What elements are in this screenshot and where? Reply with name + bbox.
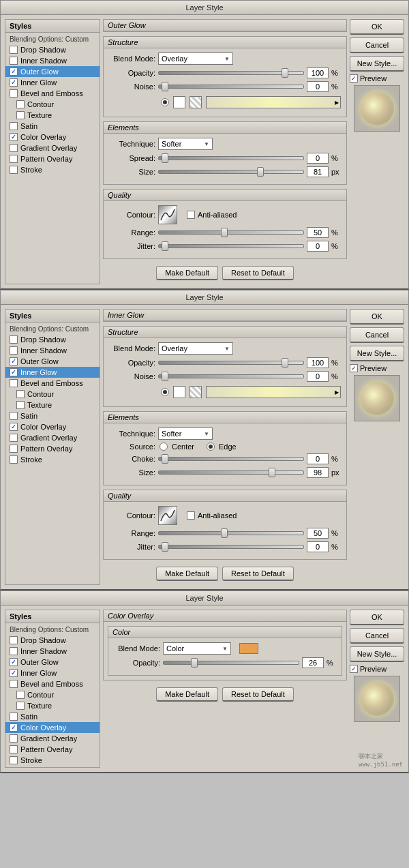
blending-options-2[interactable]: Blending Options: Custom xyxy=(5,324,100,334)
style-contour-3[interactable]: Contour xyxy=(5,689,100,700)
checkbox-gradient-overlay-3[interactable] xyxy=(10,734,18,743)
checkbox-satin-2[interactable] xyxy=(10,412,18,420)
color-opacity-thumb[interactable] xyxy=(191,658,198,668)
radio-solid-1[interactable] xyxy=(161,98,169,106)
style-pattern-overlay-2[interactable]: Pattern Overlay xyxy=(5,443,100,454)
checkbox-gradient-overlay-2[interactable] xyxy=(10,434,18,442)
cancel-btn-1[interactable]: Cancel xyxy=(350,38,404,53)
make-default-btn-1[interactable]: Make Default xyxy=(156,266,218,280)
checkbox-color-overlay-1[interactable] xyxy=(10,133,18,141)
choke-thumb-2[interactable] xyxy=(162,454,168,464)
style-stroke-3[interactable]: Stroke xyxy=(5,755,100,766)
style-inner-glow-2[interactable]: Inner Glow xyxy=(5,367,100,378)
make-default-btn-2[interactable]: Make Default xyxy=(156,567,218,581)
style-texture-1[interactable]: Texture xyxy=(5,110,100,121)
checkbox-color-overlay-3[interactable] xyxy=(10,723,18,732)
style-color-overlay-3[interactable]: Color Overlay xyxy=(5,722,100,733)
ok-btn-1[interactable]: OK xyxy=(350,19,404,35)
size-slider-1[interactable] xyxy=(158,170,304,174)
style-outer-glow-2[interactable]: Outer Glow xyxy=(5,356,100,367)
style-contour-1[interactable]: Contour xyxy=(5,99,100,110)
jitter-value-1[interactable]: 0 xyxy=(307,241,329,252)
checkbox-drop-shadow-3[interactable] xyxy=(10,636,18,644)
opacity-thumb-1[interactable] xyxy=(282,68,288,78)
checkbox-pattern-overlay-1[interactable] xyxy=(10,155,18,163)
style-inner-shadow-3[interactable]: Inner Shadow xyxy=(5,646,100,657)
checkbox-texture-2[interactable] xyxy=(16,401,25,409)
style-inner-glow-1[interactable]: Inner Glow xyxy=(5,77,100,88)
contour-thumb-2[interactable] xyxy=(158,506,177,525)
style-color-overlay-2[interactable]: Color Overlay xyxy=(5,421,100,432)
blend-mode-dropdown-2[interactable]: Overlay ▼ xyxy=(158,342,233,355)
style-satin-2[interactable]: Satin xyxy=(5,410,100,421)
style-drop-shadow-2[interactable]: Drop Shadow xyxy=(5,334,100,345)
cancel-btn-2[interactable]: Cancel xyxy=(350,327,404,343)
preview-check-3[interactable] xyxy=(350,665,358,673)
technique-dropdown-1[interactable]: Softer ▼ xyxy=(158,138,213,150)
blending-options-1[interactable]: Blending Options: Custom xyxy=(5,34,100,44)
size-thumb-2[interactable] xyxy=(269,468,275,477)
style-stroke-1[interactable]: Stroke xyxy=(5,164,100,175)
checkbox-pattern-overlay-2[interactable] xyxy=(10,445,18,453)
blend-mode-dropdown-1[interactable]: Overlay ▼ xyxy=(158,53,233,65)
jitter-slider-1[interactable] xyxy=(158,244,304,248)
technique-dropdown-2[interactable]: Softer ▼ xyxy=(158,428,213,440)
radio-edge-2[interactable] xyxy=(207,443,215,451)
reset-btn-1[interactable]: Reset to Default xyxy=(222,266,294,280)
checkbox-texture-3[interactable] xyxy=(16,702,25,710)
reset-btn-2[interactable]: Reset to Default xyxy=(222,567,294,581)
style-gradient-overlay-3[interactable]: Gradient Overlay xyxy=(5,733,100,744)
checkbox-pattern-overlay-3[interactable] xyxy=(10,745,18,753)
checkbox-outer-glow-3[interactable] xyxy=(10,658,18,666)
spread-slider-1[interactable] xyxy=(158,156,304,160)
checkbox-bevel-emboss-3[interactable] xyxy=(10,680,18,688)
range-thumb-1[interactable] xyxy=(221,228,228,237)
style-inner-glow-3[interactable]: Inner Glow xyxy=(5,668,100,678)
choke-slider-2[interactable] xyxy=(158,457,304,461)
new-style-btn-3[interactable]: New Style... xyxy=(350,646,404,662)
checkbox-color-overlay-2[interactable] xyxy=(10,423,18,431)
gradient-box-1[interactable]: ▶ xyxy=(206,96,341,108)
style-inner-shadow-2[interactable]: Inner Shadow xyxy=(5,345,100,356)
style-outer-glow-1[interactable]: Outer Glow xyxy=(5,66,100,77)
ok-btn-2[interactable]: OK xyxy=(350,309,404,325)
style-gradient-overlay-1[interactable]: Gradient Overlay xyxy=(5,143,100,153)
style-texture-2[interactable]: Texture xyxy=(5,400,100,410)
reset-btn-3[interactable]: Reset to Default xyxy=(222,687,294,702)
noise-thumb-1[interactable] xyxy=(162,82,168,91)
range-slider-1[interactable] xyxy=(158,230,304,235)
swatch-white-2[interactable] xyxy=(173,386,185,398)
color-blend-mode-dropdown[interactable]: Color ▼ xyxy=(163,642,231,655)
checkbox-satin-3[interactable] xyxy=(10,713,18,721)
range-slider-2[interactable] xyxy=(158,531,304,535)
checkbox-bevel-emboss-1[interactable] xyxy=(10,89,18,98)
gradient-box-2[interactable]: ▶ xyxy=(206,386,341,398)
style-satin-1[interactable]: Satin xyxy=(5,121,100,132)
checkbox-inner-glow-3[interactable] xyxy=(10,669,18,677)
checkbox-drop-shadow-1[interactable] xyxy=(10,46,18,54)
ok-btn-3[interactable]: OK xyxy=(350,610,404,625)
size-slider-2[interactable] xyxy=(158,470,304,475)
spread-thumb-1[interactable] xyxy=(162,153,168,163)
checkbox-stroke-3[interactable] xyxy=(10,756,18,764)
size-thumb-1[interactable] xyxy=(257,167,264,177)
checkbox-contour-2[interactable] xyxy=(16,390,25,398)
opacity-value-1[interactable]: 100 xyxy=(307,68,329,78)
checkbox-inner-shadow-1[interactable] xyxy=(10,57,18,65)
choke-value-2[interactable]: 0 xyxy=(307,453,329,464)
cancel-btn-3[interactable]: Cancel xyxy=(350,628,404,644)
new-style-btn-1[interactable]: New Style... xyxy=(350,56,404,72)
style-outer-glow-3[interactable]: Outer Glow xyxy=(5,657,100,668)
color-opacity-value[interactable]: 26 xyxy=(302,657,324,668)
checkbox-satin-1[interactable] xyxy=(10,122,18,130)
checkbox-stroke-1[interactable] xyxy=(10,166,18,174)
radio-center-2[interactable] xyxy=(160,443,168,451)
opacity-slider-2[interactable] xyxy=(158,361,304,365)
noise-slider-2[interactable] xyxy=(158,374,304,378)
radio-solid-2[interactable] xyxy=(161,388,169,396)
preview-check-2[interactable] xyxy=(350,364,358,372)
preview-check-1[interactable] xyxy=(350,74,358,83)
checkbox-drop-shadow-2[interactable] xyxy=(10,335,18,344)
color-opacity-slider[interactable] xyxy=(163,661,299,665)
anti-aliased-check-2[interactable] xyxy=(187,511,195,520)
